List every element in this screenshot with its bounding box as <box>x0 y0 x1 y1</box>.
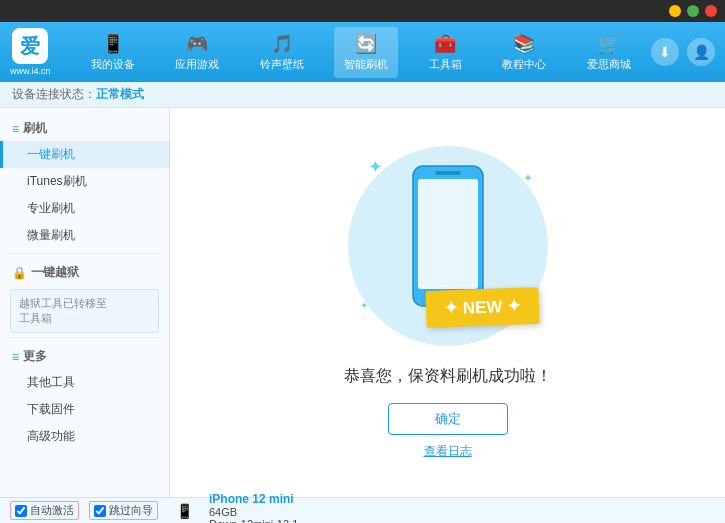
sidebar-group-more: ≡ 更多 <box>0 342 169 369</box>
confirm-button[interactable]: 确定 <box>388 403 508 435</box>
minimize-button[interactable] <box>669 5 681 17</box>
device-icon: 📱 <box>176 503 193 519</box>
nav-right: ⬇ 👤 <box>651 38 715 66</box>
log-link[interactable]: 查看日志 <box>424 443 472 460</box>
smart-shop-icon: 🔄 <box>355 33 377 55</box>
sidebar-group-jb: 🔒 一键越狱 <box>0 258 169 285</box>
nav-smart-shop[interactable]: 🔄 智能刷机 <box>334 27 398 78</box>
main-layout: ≡ 刷机 一键刷机 iTunes刷机 专业刷机 微量刷机 🔒 一键越狱 越狱工具… <box>0 108 725 497</box>
auto-activate-label: 自动激活 <box>30 503 74 518</box>
svg-rect-4 <box>421 183 475 285</box>
svg-rect-2 <box>435 171 461 175</box>
device-name: iPhone 12 mini <box>209 492 298 506</box>
download-button[interactable]: ⬇ <box>651 38 679 66</box>
nav-items: 📱 我的设备 🎮 应用游戏 🎵 铃声壁纸 🔄 智能刷机 🧰 工具箱 📚 教程中心… <box>71 27 651 78</box>
jb-notice: 越狱工具已转移至工具箱 <box>10 289 159 333</box>
skip-wizard-checkbox[interactable]: 跳过向导 <box>89 501 158 520</box>
sparkle-topright: ✦ <box>523 171 533 185</box>
sidebar-item-download-fw[interactable]: 下载固件 <box>0 396 169 423</box>
nav-tutorial[interactable]: 📚 教程中心 <box>492 27 556 78</box>
navbar: 爱 www.i4.cn 📱 我的设备 🎮 应用游戏 🎵 铃声壁纸 🔄 智能刷机 … <box>0 22 725 82</box>
lock-icon: 🔒 <box>12 266 27 280</box>
nav-ringtone[interactable]: 🎵 铃声壁纸 <box>250 27 314 78</box>
bottom-bar: 自动激活 跳过向导 📱 iPhone 12 mini 64GB Down-12m… <box>0 497 725 523</box>
sidebar-item-itunes-flash[interactable]: iTunes刷机 <box>0 168 169 195</box>
sidebar-item-micro-flash[interactable]: 微量刷机 <box>0 222 169 249</box>
nav-app-game[interactable]: 🎮 应用游戏 <box>165 27 229 78</box>
phone-illustration: ✦ NEW ✦ ✦ ✦ ✦ <box>348 146 548 346</box>
shop-icon: 🛒 <box>598 33 620 55</box>
auto-activate-checkbox[interactable]: 自动激活 <box>10 501 79 520</box>
my-device-label: 我的设备 <box>91 57 135 72</box>
status-value: 正常模式 <box>96 86 144 103</box>
content-area: ✦ NEW ✦ ✦ ✦ ✦ 恭喜您，保资料刷机成功啦！ 确定 查看日志 <box>170 108 725 497</box>
skip-wizard-input[interactable] <box>94 505 106 517</box>
device-storage: 64GB <box>209 506 298 518</box>
device-info: iPhone 12 mini 64GB Down-12mini-13,1 <box>209 492 298 524</box>
more-group-icon: ≡ <box>12 350 19 364</box>
auto-activate-input[interactable] <box>15 505 27 517</box>
logo-icon: 爱 <box>12 28 48 64</box>
status-prefix: 设备连接状态： <box>12 86 96 103</box>
smart-shop-label: 智能刷机 <box>344 57 388 72</box>
toolbox-icon: 🧰 <box>434 33 456 55</box>
shop-label: 爱思商城 <box>587 57 631 72</box>
ringtone-icon: 🎵 <box>271 33 293 55</box>
sidebar-divider-2 <box>8 337 161 338</box>
sidebar-item-one-click[interactable]: 一键刷机 <box>0 141 169 168</box>
sidebar-item-other-tools[interactable]: 其他工具 <box>0 369 169 396</box>
titlebar <box>0 0 725 22</box>
app-game-label: 应用游戏 <box>175 57 219 72</box>
logo[interactable]: 爱 www.i4.cn <box>10 28 51 76</box>
nav-toolbox[interactable]: 🧰 工具箱 <box>419 27 472 78</box>
sidebar-item-advanced[interactable]: 高级功能 <box>0 423 169 450</box>
success-text: 恭喜您，保资料刷机成功啦！ <box>344 366 552 387</box>
app-game-icon: 🎮 <box>186 33 208 55</box>
circle-background: ✦ NEW ✦ ✦ ✦ ✦ <box>348 146 548 346</box>
close-button[interactable] <box>705 5 717 17</box>
status-bar: 设备连接状态： 正常模式 <box>0 82 725 108</box>
new-badge: ✦ NEW ✦ <box>426 287 540 328</box>
nav-my-device[interactable]: 📱 我的设备 <box>81 27 145 78</box>
flash-group-icon: ≡ <box>12 122 19 136</box>
maximize-button[interactable] <box>687 5 699 17</box>
sidebar-divider-1 <box>8 253 161 254</box>
device-fw: Down-12mini-13,1 <box>209 518 298 524</box>
toolbox-label: 工具箱 <box>429 57 462 72</box>
sparkle-bottomleft: ✦ <box>360 300 368 311</box>
sidebar: ≡ 刷机 一键刷机 iTunes刷机 专业刷机 微量刷机 🔒 一键越狱 越狱工具… <box>0 108 170 497</box>
sidebar-item-pro-flash[interactable]: 专业刷机 <box>0 195 169 222</box>
logo-url: www.i4.cn <box>10 66 51 76</box>
my-device-icon: 📱 <box>102 33 124 55</box>
ringtone-label: 铃声壁纸 <box>260 57 304 72</box>
user-button[interactable]: 👤 <box>687 38 715 66</box>
tutorial-icon: 📚 <box>513 33 535 55</box>
nav-shop[interactable]: 🛒 爱思商城 <box>577 27 641 78</box>
sparkle-topleft: ✦ <box>368 156 383 178</box>
skip-wizard-label: 跳过向导 <box>109 503 153 518</box>
tutorial-label: 教程中心 <box>502 57 546 72</box>
sidebar-group-flash: ≡ 刷机 <box>0 114 169 141</box>
